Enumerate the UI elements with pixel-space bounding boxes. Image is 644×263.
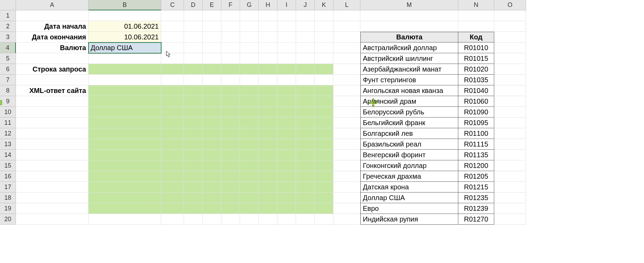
cell-E17[interactable] xyxy=(203,182,221,192)
cell-H5[interactable] xyxy=(259,53,277,64)
cell-H6[interactable] xyxy=(259,64,277,75)
cell-E18[interactable] xyxy=(203,192,221,203)
select-all-corner[interactable] xyxy=(0,0,16,10)
row-header-18[interactable]: 18 xyxy=(0,192,16,203)
cell-K15[interactable] xyxy=(315,160,333,171)
cell-B5[interactable] xyxy=(89,53,161,64)
cell-H4[interactable] xyxy=(259,43,277,53)
cell-C16[interactable] xyxy=(161,171,184,182)
cell-H7[interactable] xyxy=(259,75,277,85)
cell-L11[interactable] xyxy=(333,118,360,128)
cell-N4[interactable]: R01010 xyxy=(458,43,494,53)
cell-C5[interactable] xyxy=(161,53,184,64)
cell-I2[interactable] xyxy=(277,21,296,32)
cell-I7[interactable] xyxy=(277,75,296,85)
col-header-E[interactable]: E xyxy=(203,0,221,10)
cell-G12[interactable] xyxy=(240,128,259,139)
cell-C1[interactable] xyxy=(161,10,184,21)
cell-O15[interactable] xyxy=(494,160,526,171)
cell-B17[interactable] xyxy=(89,182,161,192)
cell-H20[interactable] xyxy=(259,214,277,225)
cell-D18[interactable] xyxy=(184,192,203,203)
cell-M6[interactable]: Азербайджанский манат xyxy=(360,64,458,75)
cell-M4[interactable]: Австралийский доллар xyxy=(360,43,458,53)
cell-H18[interactable] xyxy=(259,192,277,203)
col-header-B[interactable]: B xyxy=(89,0,161,10)
cell-N16[interactable]: R01205 xyxy=(458,171,494,182)
cell-A8[interactable]: XML-ответ сайта xyxy=(16,85,89,96)
cell-J11[interactable] xyxy=(296,118,315,128)
cell-I9[interactable] xyxy=(277,96,296,107)
cell-D6[interactable] xyxy=(184,64,203,75)
cell-G8[interactable] xyxy=(240,85,259,96)
col-header-K[interactable]: K xyxy=(315,0,333,10)
col-header-I[interactable]: I xyxy=(277,0,296,10)
cell-F18[interactable] xyxy=(221,192,240,203)
row-header-7[interactable]: 7 xyxy=(0,75,16,85)
cell-M14[interactable]: Венгерский форинт xyxy=(360,150,458,160)
row-header-3[interactable]: 3 xyxy=(0,32,16,43)
cell-C20[interactable] xyxy=(161,214,184,225)
cell-F7[interactable] xyxy=(221,75,240,85)
cell-E8[interactable] xyxy=(203,85,221,96)
cell-B15[interactable] xyxy=(89,160,161,171)
cell-E5[interactable] xyxy=(203,53,221,64)
cell-C10[interactable] xyxy=(161,107,184,118)
cell-D16[interactable] xyxy=(184,171,203,182)
cell-O20[interactable] xyxy=(494,214,526,225)
cell-G10[interactable] xyxy=(240,107,259,118)
cell-L10[interactable] xyxy=(333,107,360,118)
cell-N12[interactable]: R01100 xyxy=(458,128,494,139)
cell-B20[interactable] xyxy=(89,214,161,225)
cell-L17[interactable] xyxy=(333,182,360,192)
cell-B1[interactable] xyxy=(89,10,161,21)
cell-K14[interactable] xyxy=(315,150,333,160)
cell-K7[interactable] xyxy=(315,75,333,85)
cell-M10[interactable]: Белорусский рубль xyxy=(360,107,458,118)
cell-M3[interactable]: Валюта xyxy=(360,32,458,43)
cell-I19[interactable] xyxy=(277,203,296,214)
cell-K1[interactable] xyxy=(315,10,333,21)
cell-K2[interactable] xyxy=(315,21,333,32)
cell-C17[interactable] xyxy=(161,182,184,192)
cell-H19[interactable] xyxy=(259,203,277,214)
cell-M8[interactable]: Ангольская новая кванза xyxy=(360,85,458,96)
cell-D11[interactable] xyxy=(184,118,203,128)
cell-N6[interactable]: R01020 xyxy=(458,64,494,75)
cell-D3[interactable] xyxy=(184,32,203,43)
cell-O11[interactable] xyxy=(494,118,526,128)
cell-K6[interactable] xyxy=(315,64,333,75)
cell-F15[interactable] xyxy=(221,160,240,171)
cell-K11[interactable] xyxy=(315,118,333,128)
cell-N7[interactable]: R01035 xyxy=(458,75,494,85)
cell-J19[interactable] xyxy=(296,203,315,214)
cell-K5[interactable] xyxy=(315,53,333,64)
cell-J9[interactable] xyxy=(296,96,315,107)
cell-B19[interactable] xyxy=(89,203,161,214)
cell-F16[interactable] xyxy=(221,171,240,182)
cell-B2[interactable]: 01.06.2021 xyxy=(89,21,161,32)
cell-G15[interactable] xyxy=(240,160,259,171)
cell-J10[interactable] xyxy=(296,107,315,118)
row-header-12[interactable]: 12 xyxy=(0,128,16,139)
cell-L13[interactable] xyxy=(333,139,360,150)
cell-C7[interactable] xyxy=(161,75,184,85)
cell-K12[interactable] xyxy=(315,128,333,139)
cell-I13[interactable] xyxy=(277,139,296,150)
cell-H2[interactable] xyxy=(259,21,277,32)
cell-K18[interactable] xyxy=(315,192,333,203)
cell-G11[interactable] xyxy=(240,118,259,128)
cell-A12[interactable] xyxy=(16,128,89,139)
cell-M2[interactable] xyxy=(360,21,458,32)
cell-J4[interactable] xyxy=(296,43,315,53)
cell-C11[interactable] xyxy=(161,118,184,128)
cell-J2[interactable] xyxy=(296,21,315,32)
cell-K8[interactable] xyxy=(315,85,333,96)
cell-H13[interactable] xyxy=(259,139,277,150)
cell-B14[interactable] xyxy=(89,150,161,160)
row-header-11[interactable]: 11 xyxy=(0,118,16,128)
cell-G16[interactable] xyxy=(240,171,259,182)
cell-E19[interactable] xyxy=(203,203,221,214)
cell-J12[interactable] xyxy=(296,128,315,139)
cell-B4[interactable]: Доллар США xyxy=(89,43,161,53)
